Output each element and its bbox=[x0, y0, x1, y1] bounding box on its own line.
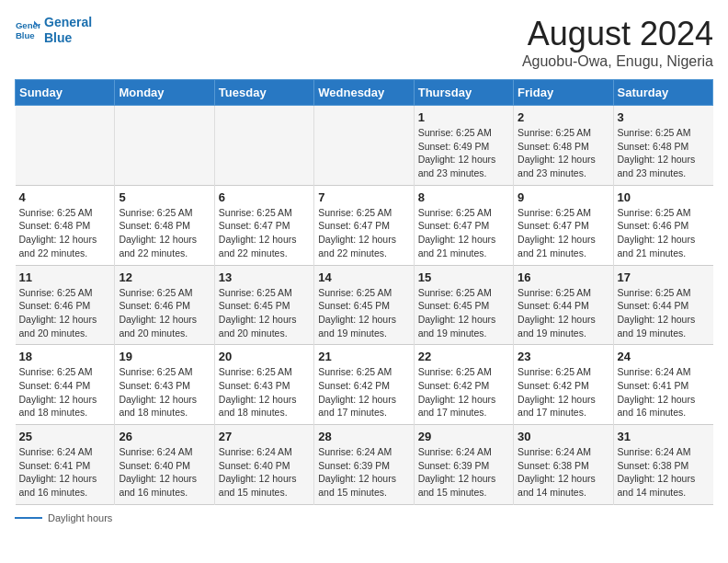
logo-text: General Blue bbox=[44, 15, 92, 46]
day-number: 24 bbox=[618, 350, 710, 363]
calendar-header: SundayMondayTuesdayWednesdayThursdayFrid… bbox=[16, 80, 713, 106]
calendar-cell bbox=[16, 106, 115, 186]
day-number: 19 bbox=[119, 350, 210, 363]
calendar-cell: 2Sunrise: 6:25 AM Sunset: 6:48 PM Daylig… bbox=[514, 106, 613, 186]
calendar-cell: 16Sunrise: 6:25 AM Sunset: 6:44 PM Dayli… bbox=[514, 265, 613, 345]
header-day-wednesday: Wednesday bbox=[314, 80, 414, 106]
logo-icon: General Blue bbox=[15, 17, 40, 43]
day-number: 17 bbox=[618, 270, 710, 284]
calendar-cell bbox=[314, 106, 414, 186]
calendar-cell: 30Sunrise: 6:24 AM Sunset: 6:38 PM Dayli… bbox=[514, 425, 613, 505]
header: General Blue General Blue August 2024 Ag… bbox=[15, 15, 713, 70]
day-number: 28 bbox=[318, 430, 409, 443]
calendar-cell bbox=[115, 106, 214, 186]
footer-line-icon bbox=[15, 517, 42, 519]
day-number: 27 bbox=[219, 430, 310, 443]
day-info: Sunrise: 6:25 AM Sunset: 6:47 PM Dayligh… bbox=[518, 206, 609, 260]
day-number: 16 bbox=[518, 270, 609, 284]
day-number: 3 bbox=[618, 110, 710, 124]
calendar-cell: 28Sunrise: 6:24 AM Sunset: 6:39 PM Dayli… bbox=[314, 425, 414, 505]
day-number: 7 bbox=[318, 190, 409, 204]
calendar-cell: 26Sunrise: 6:24 AM Sunset: 6:40 PM Dayli… bbox=[115, 425, 214, 505]
day-number: 12 bbox=[119, 270, 210, 284]
calendar-cell: 22Sunrise: 6:25 AM Sunset: 6:42 PM Dayli… bbox=[414, 345, 513, 425]
day-info: Sunrise: 6:24 AM Sunset: 6:41 PM Dayligh… bbox=[19, 445, 111, 500]
day-info: Sunrise: 6:25 AM Sunset: 6:47 PM Dayligh… bbox=[418, 206, 509, 260]
calendar-body: 1Sunrise: 6:25 AM Sunset: 6:49 PM Daylig… bbox=[16, 106, 713, 505]
calendar-cell: 25Sunrise: 6:24 AM Sunset: 6:41 PM Dayli… bbox=[16, 425, 115, 505]
calendar-cell: 15Sunrise: 6:25 AM Sunset: 6:45 PM Dayli… bbox=[414, 265, 513, 345]
day-info: Sunrise: 6:25 AM Sunset: 6:47 PM Dayligh… bbox=[219, 206, 310, 260]
header-day-friday: Friday bbox=[514, 80, 613, 106]
footer-label: Daylight hours bbox=[48, 512, 112, 523]
day-info: Sunrise: 6:24 AM Sunset: 6:39 PM Dayligh… bbox=[418, 445, 509, 500]
header-day-tuesday: Tuesday bbox=[214, 80, 313, 106]
day-number: 18 bbox=[19, 350, 111, 363]
footer: Daylight hours bbox=[15, 512, 713, 523]
day-info: Sunrise: 6:24 AM Sunset: 6:38 PM Dayligh… bbox=[618, 445, 710, 500]
day-number: 22 bbox=[418, 350, 509, 363]
day-number: 10 bbox=[618, 190, 710, 204]
title-block: August 2024 Aguobu-Owa, Enugu, Nigeria bbox=[522, 15, 713, 70]
day-number: 11 bbox=[19, 270, 111, 284]
svg-text:Blue: Blue bbox=[16, 30, 35, 40]
calendar-cell: 12Sunrise: 6:25 AM Sunset: 6:46 PM Dayli… bbox=[115, 265, 214, 345]
header-day-saturday: Saturday bbox=[613, 80, 712, 106]
week-row-0: 1Sunrise: 6:25 AM Sunset: 6:49 PM Daylig… bbox=[16, 106, 713, 186]
day-info: Sunrise: 6:25 AM Sunset: 6:48 PM Dayligh… bbox=[518, 126, 609, 180]
calendar-cell: 5Sunrise: 6:25 AM Sunset: 6:48 PM Daylig… bbox=[115, 185, 214, 265]
calendar-cell: 21Sunrise: 6:25 AM Sunset: 6:42 PM Dayli… bbox=[314, 345, 414, 425]
day-number: 31 bbox=[618, 430, 710, 443]
day-info: Sunrise: 6:25 AM Sunset: 6:45 PM Dayligh… bbox=[219, 286, 310, 340]
day-info: Sunrise: 6:25 AM Sunset: 6:44 PM Dayligh… bbox=[518, 286, 609, 340]
calendar-cell: 27Sunrise: 6:24 AM Sunset: 6:40 PM Dayli… bbox=[214, 425, 313, 505]
day-info: Sunrise: 6:25 AM Sunset: 6:48 PM Dayligh… bbox=[618, 126, 710, 180]
day-number: 2 bbox=[518, 110, 609, 124]
day-number: 14 bbox=[318, 270, 409, 284]
day-number: 4 bbox=[19, 190, 111, 204]
day-info: Sunrise: 6:25 AM Sunset: 6:44 PM Dayligh… bbox=[19, 365, 111, 419]
calendar-cell: 31Sunrise: 6:24 AM Sunset: 6:38 PM Dayli… bbox=[613, 425, 712, 505]
calendar-table: SundayMondayTuesdayWednesdayThursdayFrid… bbox=[15, 79, 713, 505]
day-number: 13 bbox=[219, 270, 310, 284]
logo-general: General bbox=[44, 15, 92, 29]
calendar-cell: 23Sunrise: 6:25 AM Sunset: 6:42 PM Dayli… bbox=[514, 345, 613, 425]
day-number: 25 bbox=[19, 430, 111, 443]
header-row: SundayMondayTuesdayWednesdayThursdayFrid… bbox=[16, 80, 713, 106]
calendar-cell: 3Sunrise: 6:25 AM Sunset: 6:48 PM Daylig… bbox=[613, 106, 712, 186]
day-info: Sunrise: 6:25 AM Sunset: 6:42 PM Dayligh… bbox=[518, 365, 609, 419]
day-info: Sunrise: 6:24 AM Sunset: 6:40 PM Dayligh… bbox=[119, 445, 210, 500]
day-info: Sunrise: 6:24 AM Sunset: 6:41 PM Dayligh… bbox=[618, 365, 710, 419]
svg-text:General: General bbox=[16, 20, 40, 30]
day-number: 23 bbox=[518, 350, 609, 363]
day-info: Sunrise: 6:25 AM Sunset: 6:45 PM Dayligh… bbox=[418, 286, 509, 340]
calendar-cell: 11Sunrise: 6:25 AM Sunset: 6:46 PM Dayli… bbox=[16, 265, 115, 345]
day-number: 1 bbox=[418, 110, 509, 124]
day-info: Sunrise: 6:25 AM Sunset: 6:42 PM Dayligh… bbox=[418, 365, 509, 419]
calendar-cell: 13Sunrise: 6:25 AM Sunset: 6:45 PM Dayli… bbox=[214, 265, 313, 345]
day-number: 20 bbox=[219, 350, 310, 363]
calendar-cell: 14Sunrise: 6:25 AM Sunset: 6:45 PM Dayli… bbox=[314, 265, 414, 345]
calendar-cell: 6Sunrise: 6:25 AM Sunset: 6:47 PM Daylig… bbox=[214, 185, 313, 265]
calendar-cell: 8Sunrise: 6:25 AM Sunset: 6:47 PM Daylig… bbox=[414, 185, 513, 265]
day-number: 9 bbox=[518, 190, 609, 204]
day-number: 8 bbox=[418, 190, 509, 204]
day-info: Sunrise: 6:25 AM Sunset: 6:42 PM Dayligh… bbox=[318, 365, 409, 419]
week-row-2: 11Sunrise: 6:25 AM Sunset: 6:46 PM Dayli… bbox=[16, 265, 713, 345]
day-number: 21 bbox=[318, 350, 409, 363]
day-info: Sunrise: 6:25 AM Sunset: 6:47 PM Dayligh… bbox=[318, 206, 409, 260]
day-info: Sunrise: 6:25 AM Sunset: 6:46 PM Dayligh… bbox=[618, 206, 710, 260]
day-info: Sunrise: 6:24 AM Sunset: 6:39 PM Dayligh… bbox=[318, 445, 409, 500]
calendar-cell: 29Sunrise: 6:24 AM Sunset: 6:39 PM Dayli… bbox=[414, 425, 513, 505]
calendar-cell: 7Sunrise: 6:25 AM Sunset: 6:47 PM Daylig… bbox=[314, 185, 414, 265]
week-row-1: 4Sunrise: 6:25 AM Sunset: 6:48 PM Daylig… bbox=[16, 185, 713, 265]
calendar-cell: 24Sunrise: 6:24 AM Sunset: 6:41 PM Dayli… bbox=[613, 345, 712, 425]
day-info: Sunrise: 6:25 AM Sunset: 6:44 PM Dayligh… bbox=[618, 286, 710, 340]
day-info: Sunrise: 6:25 AM Sunset: 6:43 PM Dayligh… bbox=[119, 365, 210, 419]
day-info: Sunrise: 6:24 AM Sunset: 6:40 PM Dayligh… bbox=[219, 445, 310, 500]
day-info: Sunrise: 6:25 AM Sunset: 6:43 PM Dayligh… bbox=[219, 365, 310, 419]
day-info: Sunrise: 6:25 AM Sunset: 6:49 PM Dayligh… bbox=[418, 126, 509, 180]
day-info: Sunrise: 6:25 AM Sunset: 6:48 PM Dayligh… bbox=[119, 206, 210, 260]
week-row-4: 25Sunrise: 6:24 AM Sunset: 6:41 PM Dayli… bbox=[16, 425, 713, 505]
day-number: 26 bbox=[119, 430, 210, 443]
